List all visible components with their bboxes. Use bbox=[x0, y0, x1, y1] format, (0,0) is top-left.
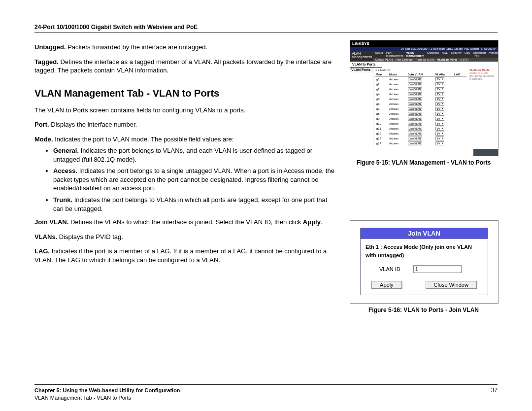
join-vlan-button[interactable]: Join VLAN bbox=[408, 141, 423, 145]
popup-title: Join VLAN bbox=[361, 228, 488, 239]
table-row: g1AccessJoin VLAN1V bbox=[375, 77, 466, 82]
table-row: g5AccessJoin VLAN1V bbox=[375, 97, 466, 102]
fig-help-text: Assigns VLAN groups to selected interfac… bbox=[469, 71, 497, 80]
table-row: g4AccessJoin VLAN1V bbox=[375, 92, 466, 97]
vlans-select[interactable]: 1V bbox=[435, 107, 444, 111]
fig-sub-create[interactable]: Create VLAN bbox=[375, 58, 393, 61]
vlans-select[interactable]: 1V bbox=[435, 117, 444, 121]
vlans-select[interactable]: 1V bbox=[435, 132, 444, 136]
join-vlan-button[interactable]: Join VLAN bbox=[408, 77, 423, 81]
table-row: g3AccessJoin VLAN1V bbox=[375, 87, 466, 92]
cell-lag bbox=[453, 141, 466, 146]
table-row: g10AccessJoin VLAN1V bbox=[375, 121, 466, 126]
cell-mode: Access bbox=[388, 97, 407, 102]
fig-sub-gvrp[interactable]: GVRP bbox=[460, 58, 468, 61]
text-general: Indicates the port belongs to VLANs, and… bbox=[53, 147, 312, 163]
term-general: General. bbox=[53, 147, 79, 154]
cell-mode: Access bbox=[388, 77, 407, 82]
cell-mode: Access bbox=[388, 141, 407, 146]
vlans-select[interactable]: 1V bbox=[435, 82, 444, 86]
cell-mode: Access bbox=[388, 106, 407, 111]
vlans-select[interactable]: 1V bbox=[435, 87, 444, 91]
cell-lag bbox=[453, 77, 466, 82]
vlans-select[interactable]: 1V bbox=[435, 92, 444, 96]
para-untagged: Untagged. Packets forwarded by the inter… bbox=[34, 43, 335, 52]
fig-menu-stp[interactable]: Spanning Tree bbox=[473, 51, 486, 57]
cell-port: g9 bbox=[375, 116, 388, 121]
cell-mode: Access bbox=[388, 116, 407, 121]
def-lag: LAG. Indicates if the port is a member o… bbox=[34, 247, 335, 264]
join-vlan-button[interactable]: Join VLAN bbox=[408, 132, 423, 136]
table-row: g12AccessJoin VLAN1V bbox=[375, 131, 466, 136]
vlans-select[interactable]: 1V bbox=[435, 127, 444, 131]
fig-menu-acl[interactable]: ACL bbox=[442, 51, 448, 57]
popup-close-button[interactable]: Close Window bbox=[426, 281, 477, 289]
page-footer: Chapter 5: Using the Web-based Utility f… bbox=[34, 384, 498, 401]
fig-menu-port-mgmt[interactable]: Port Management bbox=[386, 51, 403, 57]
vlans-select[interactable]: 1V bbox=[435, 137, 444, 140]
term-join-vlan: Join VLAN. bbox=[34, 218, 68, 226]
vlans-select[interactable]: 1V bbox=[435, 112, 444, 116]
vlans-select[interactable]: 1V bbox=[435, 141, 444, 145]
fig-sub-ports-to-vlan[interactable]: Ports to VLAN bbox=[416, 58, 434, 61]
cell-port: g2 bbox=[375, 82, 388, 87]
content-columns: Untagged. Packets forwarded by the inter… bbox=[34, 40, 498, 320]
join-vlan-button[interactable]: Join VLAN bbox=[408, 92, 423, 96]
table-row: g2AccessJoin VLAN1V bbox=[375, 82, 466, 87]
join-vlan-button[interactable]: Join VLAN bbox=[408, 122, 423, 126]
join-vlan-button[interactable]: Join VLAN bbox=[408, 137, 423, 140]
term-tagged: Tagged. bbox=[34, 58, 59, 66]
fig-left-item[interactable]: VLAN Ports bbox=[350, 68, 373, 72]
fig-menu-security[interactable]: Security bbox=[451, 51, 462, 57]
text-join-vlan-pre: Defines the VLANs to which the interface… bbox=[68, 218, 302, 226]
term-untagged: Untagged. bbox=[34, 43, 66, 51]
text-join-vlan-post: . bbox=[321, 218, 323, 226]
figure-column: LINKSYS 24-port 10/100/1000 + 2-port min… bbox=[350, 40, 498, 320]
cell-port: g8 bbox=[375, 111, 388, 116]
vlans-select[interactable]: 1V bbox=[435, 77, 444, 81]
cell-mode: Access bbox=[388, 131, 407, 136]
term-access: Access. bbox=[53, 167, 77, 174]
def-mode: Mode. Indicates the port to VLAN mode. T… bbox=[34, 135, 335, 144]
fig-pagination[interactable]: 1 2 Next >> bbox=[375, 68, 466, 72]
join-vlan-button[interactable]: Join VLAN bbox=[408, 102, 423, 106]
cell-port: g6 bbox=[375, 102, 388, 106]
fig-menu-statistics[interactable]: Statistics bbox=[427, 51, 439, 57]
text-lag: Indicates if the port is a member of a L… bbox=[34, 247, 327, 264]
cell-lag bbox=[453, 106, 466, 111]
fig-table-area: 1 2 Next >> Port Mode Join VLAN VLANs LA… bbox=[373, 68, 468, 147]
fig-left-tab: VLAN to Ports bbox=[350, 62, 382, 68]
vlans-select[interactable]: 1V bbox=[435, 122, 444, 126]
join-vlan-button[interactable]: Join VLAN bbox=[408, 107, 423, 111]
term-trunk: Trunk. bbox=[53, 196, 72, 204]
text-access: Indicates the port belongs to a single u… bbox=[53, 167, 334, 192]
fig-sub-port-settings[interactable]: Port Settings bbox=[396, 58, 412, 61]
text-mode: Indicates the port to VLAN mode. The pos… bbox=[53, 136, 234, 143]
fig-menu-qos[interactable]: QoS bbox=[465, 51, 470, 57]
text-tagged: Defines the interface as a tagged member… bbox=[34, 58, 332, 74]
vlans-select[interactable]: 1V bbox=[435, 102, 444, 106]
join-vlan-button[interactable]: Join VLAN bbox=[408, 82, 423, 86]
cell-lag bbox=[453, 102, 466, 106]
table-row: g9AccessJoin VLAN1V bbox=[375, 116, 466, 121]
fig-menu-setup[interactable]: Setup bbox=[375, 51, 383, 57]
cell-mode: Access bbox=[388, 92, 407, 97]
fig-sub-vlan-to-ports[interactable]: VLAN to Ports bbox=[437, 58, 458, 61]
join-vlan-button[interactable]: Join VLAN bbox=[408, 97, 423, 101]
text-column: Untagged. Packets forwarded by the inter… bbox=[34, 40, 335, 320]
popup-vlan-id-input[interactable]: 1 bbox=[413, 265, 462, 273]
join-vlan-button[interactable]: Join VLAN bbox=[408, 117, 423, 121]
cell-lag bbox=[453, 111, 466, 116]
fig-menu-multicast[interactable]: Multicast bbox=[489, 51, 499, 57]
fig-menu-vlan-mgmt[interactable]: VLAN Management bbox=[406, 51, 425, 57]
cell-lag bbox=[453, 82, 466, 87]
vlans-select[interactable]: 1V bbox=[435, 97, 444, 101]
join-vlan-button[interactable]: Join VLAN bbox=[408, 112, 423, 116]
cell-lag bbox=[453, 116, 466, 121]
join-vlan-button[interactable]: Join VLAN bbox=[408, 127, 423, 131]
th-vlans: VLANs bbox=[434, 72, 453, 77]
join-vlan-button[interactable]: Join VLAN bbox=[408, 87, 423, 91]
text-trunk: Indicates the port belongs to VLANs in w… bbox=[53, 196, 327, 212]
popup-apply-button[interactable]: Apply bbox=[371, 281, 402, 289]
popup-vlan-id-label: VLAN ID bbox=[379, 266, 400, 272]
